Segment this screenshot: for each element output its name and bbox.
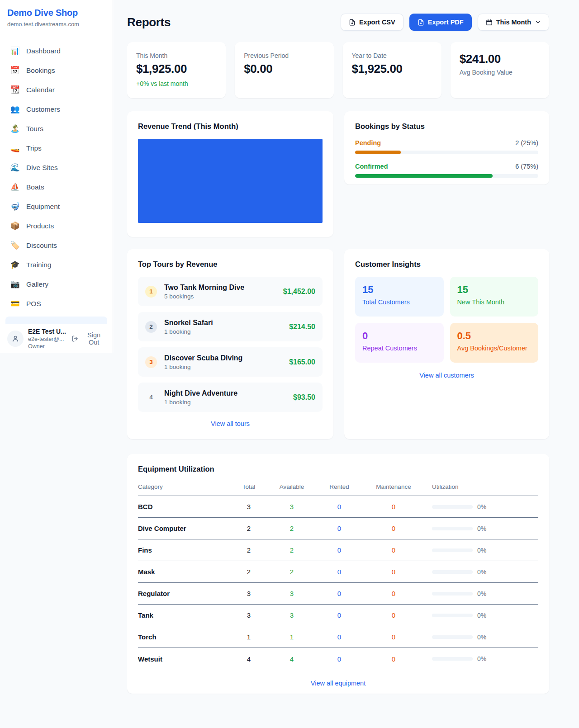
insight-label: New This Month xyxy=(457,298,532,306)
status-label: Confirmed xyxy=(355,163,388,170)
stat-label: Avg Booking Value xyxy=(460,69,540,76)
revenue-trend-card: Revenue Trend (This Month) xyxy=(127,111,333,237)
equipment-total: 3 xyxy=(228,590,269,597)
customers-icon: 👥 xyxy=(10,104,20,114)
export-pdf-label: Export PDF xyxy=(428,19,464,26)
top-tours-card: Top Tours by Revenue 1Two Tank Morning D… xyxy=(127,249,333,439)
utilization-bar-track xyxy=(432,570,473,574)
sidebar-item-pos[interactable]: 💳POS xyxy=(5,294,107,313)
sidebar-item-reports-partial[interactable] xyxy=(5,317,107,324)
tour-amount: $93.50 xyxy=(293,393,315,402)
equipment-category: BCD xyxy=(138,503,228,511)
bookings-icon: 📅 xyxy=(10,66,20,75)
sidebar-item-trips[interactable]: 🚤Trips xyxy=(5,138,107,158)
gallery-icon: 📷 xyxy=(10,279,20,289)
user-role: Owner xyxy=(28,343,67,350)
sidebar-item-customers[interactable]: 👥Customers xyxy=(5,99,107,119)
main-content: Reports Export CSV Export PDF This Month… xyxy=(113,0,579,694)
view-all-customers-link[interactable]: View all customers xyxy=(355,372,538,379)
table-row: Dive Computer22000% xyxy=(138,518,538,539)
tour-info: Snorkel Safari1 booking xyxy=(164,319,213,335)
sidebar-item-equipment[interactable]: 🤿Equipment xyxy=(5,197,107,216)
sidebar-item-label: Calendar xyxy=(26,86,55,94)
stats-row: This Month$1,925.00+0% vs last monthPrev… xyxy=(127,42,549,98)
utilization-percent: 0% xyxy=(477,655,486,662)
sidebar-item-dashboard[interactable]: 📊Dashboard xyxy=(5,41,107,61)
status-count: 6 (75%) xyxy=(515,163,538,170)
top-tours-title: Top Tours by Revenue xyxy=(138,260,323,269)
column-header-available: Available xyxy=(269,483,314,496)
page-header: Reports Export CSV Export PDF This Month xyxy=(127,14,549,31)
file-download-icon xyxy=(418,19,424,26)
period-dropdown[interactable]: This Month xyxy=(478,14,549,31)
tour-amount: $214.50 xyxy=(289,323,315,331)
table-row: Wetsuit44000% xyxy=(138,648,538,670)
dive-sites-icon: 🌊 xyxy=(10,163,20,172)
equipment-maintenance: 0 xyxy=(364,568,423,576)
sidebar-header: Demo Dive Shop demo.test.divestreams.com xyxy=(0,0,113,35)
equipment-maintenance: 0 xyxy=(364,633,423,641)
status-row-confirmed: Confirmed6 (75%) xyxy=(355,163,538,178)
sidebar-item-tours[interactable]: 🏝️Tours xyxy=(5,119,107,138)
utilization-bar-track xyxy=(432,548,473,552)
rank-badge: 4 xyxy=(145,392,157,403)
view-all-tours-link[interactable]: View all tours xyxy=(138,420,323,427)
export-csv-button[interactable]: Export CSV xyxy=(341,14,403,31)
sidebar-item-boats[interactable]: ⛵Boats xyxy=(5,177,107,197)
user-name: E2E Test U... xyxy=(28,328,67,335)
insight-label: Repeat Customers xyxy=(362,345,437,352)
stat-card-avg-booking-value: $241.00Avg Booking Value xyxy=(451,42,549,98)
equipment-total: 3 xyxy=(228,503,269,511)
status-bar-fill xyxy=(355,174,493,178)
training-icon: 🎓 xyxy=(10,260,20,269)
equipment-category: Tank xyxy=(138,611,228,619)
equipment-rented: 0 xyxy=(314,546,364,554)
insight-tile-avg-bookings-customer: 0.5Avg Bookings/Customer xyxy=(450,323,539,363)
utilization-percent: 0% xyxy=(477,633,486,641)
sidebar-item-label: Trips xyxy=(26,144,42,152)
sidebar-item-products[interactable]: 📦Products xyxy=(5,216,107,236)
equipment-rented: 0 xyxy=(314,590,364,597)
equipment-category: Fins xyxy=(138,546,228,554)
sidebar-item-bookings[interactable]: 📅Bookings xyxy=(5,61,107,80)
sign-out-button[interactable]: Sign Out xyxy=(71,331,106,346)
view-all-equipment-link[interactable]: View all equipment xyxy=(138,680,538,687)
sidebar-item-label: Equipment xyxy=(26,203,60,211)
sidebar-item-gallery[interactable]: 📷Gallery xyxy=(5,274,107,294)
stat-value: $1,925.00 xyxy=(352,62,432,76)
sidebar-item-calendar[interactable]: 📆Calendar xyxy=(5,80,107,99)
sidebar-item-label: POS xyxy=(26,300,41,308)
equipment-maintenance: 0 xyxy=(364,611,423,619)
trips-icon: 🚤 xyxy=(10,143,20,153)
tour-row: 1Two Tank Morning Dive5 bookings$1,452.0… xyxy=(138,277,323,306)
sidebar-item-label: Tours xyxy=(26,125,43,133)
equipment-utilization: 0% xyxy=(423,633,538,641)
equipment-category: Torch xyxy=(138,633,228,641)
stat-card-previous-period: Previous Period$0.00 xyxy=(235,42,333,98)
equipment-category: Dive Computer xyxy=(138,525,228,532)
equipment-available: 2 xyxy=(269,546,314,554)
equipment-maintenance: 0 xyxy=(364,590,423,597)
tour-name: Snorkel Safari xyxy=(164,319,213,327)
equipment-table-body: BCD33000%Dive Computer22000%Fins22000%Ma… xyxy=(138,496,538,670)
sidebar-item-dive-sites[interactable]: 🌊Dive Sites xyxy=(5,158,107,177)
equipment-total: 4 xyxy=(228,655,269,663)
export-pdf-button[interactable]: Export PDF xyxy=(409,14,472,31)
stat-label: Previous Period xyxy=(244,52,324,59)
stat-value: $0.00 xyxy=(244,62,324,76)
equipment-utilization: 0% xyxy=(423,525,538,532)
utilization-percent: 0% xyxy=(477,525,486,532)
utilization-percent: 0% xyxy=(477,503,486,511)
table-row: Torch11000% xyxy=(138,626,538,648)
sidebar-item-label: Gallery xyxy=(26,280,48,288)
equipment-rented: 0 xyxy=(314,568,364,576)
stat-delta: +0% vs last month xyxy=(136,80,217,87)
insight-value: 0.5 xyxy=(457,330,532,342)
avatar xyxy=(7,331,24,347)
utilization-percent: 0% xyxy=(477,590,486,597)
tour-amount: $165.00 xyxy=(289,358,315,366)
sidebar-item-training[interactable]: 🎓Training xyxy=(5,255,107,274)
sidebar-item-discounts[interactable]: 🏷️Discounts xyxy=(5,236,107,255)
utilization-bar-track xyxy=(432,635,473,639)
shop-name[interactable]: Demo Dive Shop xyxy=(7,8,105,18)
